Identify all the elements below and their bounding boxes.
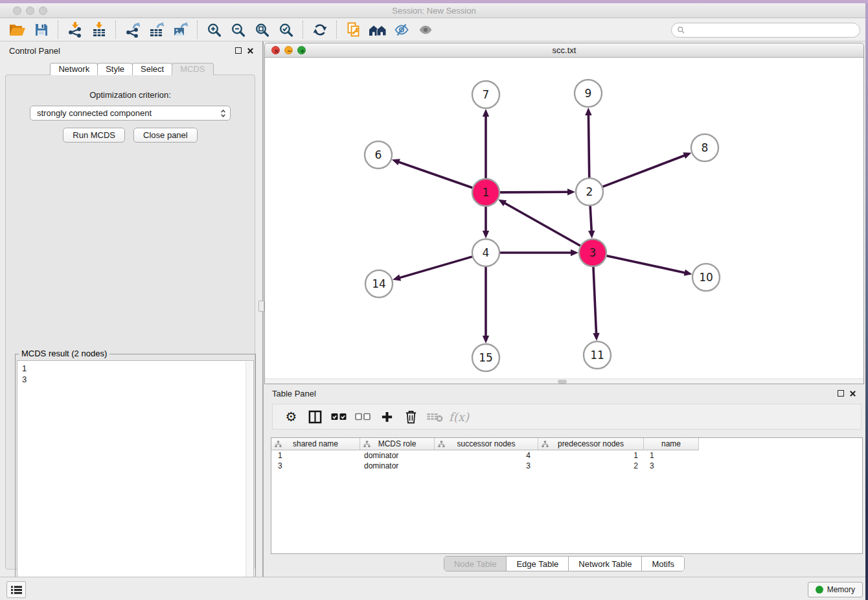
show-columns-button[interactable] xyxy=(303,406,327,427)
tab-network[interactable]: Network xyxy=(50,63,98,75)
add-column-button[interactable] xyxy=(375,406,399,427)
edge-arrowhead xyxy=(567,189,575,195)
memory-button[interactable]: Memory xyxy=(808,582,863,597)
graph-node-label: 9 xyxy=(585,87,592,100)
tab-network-table[interactable]: Network Table xyxy=(569,557,642,571)
close-panel-button[interactable]: Close panel xyxy=(133,128,198,143)
hide-selected-icon[interactable] xyxy=(389,20,413,40)
criterion-select[interactable]: strongly connected component xyxy=(30,106,231,121)
select-all-button[interactable] xyxy=(327,406,351,427)
show-all-icon[interactable] xyxy=(413,20,437,40)
column-label: MCDS role xyxy=(378,439,417,448)
control-panel-header: Control Panel xyxy=(0,41,263,60)
unselect-all-button[interactable] xyxy=(351,406,375,427)
window-titlebar: Session: New Session xyxy=(0,3,868,18)
tab-mcds[interactable]: MCDS xyxy=(172,63,213,75)
zoom-fit-icon[interactable] xyxy=(250,20,274,40)
graph-edge-1-2[interactable] xyxy=(500,192,570,192)
column-header-shared-name[interactable]: shared name xyxy=(271,438,360,450)
edge-arrowhead xyxy=(392,159,400,165)
search-field[interactable] xyxy=(671,23,860,38)
task-history-button[interactable] xyxy=(6,581,26,598)
float-table-panel-icon[interactable] xyxy=(838,390,844,397)
tab-select[interactable]: Select xyxy=(132,63,172,75)
delete-column-button[interactable] xyxy=(399,406,423,427)
column-label: name xyxy=(661,439,681,448)
import-table-icon[interactable] xyxy=(87,20,111,40)
result-scrollbar[interactable] xyxy=(246,362,253,595)
close-panel-icon[interactable] xyxy=(247,47,254,54)
graph-node-label: 14 xyxy=(372,277,386,290)
run-mcds-button[interactable]: Run MCDS xyxy=(63,128,125,143)
network-window-titlebar[interactable]: scc.txt xyxy=(265,43,863,58)
graph-edge-2-8[interactable] xyxy=(603,155,687,187)
import-network-icon[interactable] xyxy=(63,20,87,40)
open-session-icon[interactable] xyxy=(5,20,29,40)
fx-icon: f(x) xyxy=(449,410,469,424)
zoom-out-icon[interactable] xyxy=(226,20,250,40)
network-canvas[interactable]: 1234678910111415 xyxy=(265,58,863,378)
mcds-result-textarea[interactable]: 1 3 xyxy=(17,360,254,596)
tab-node-table[interactable]: Node Table xyxy=(444,557,507,571)
graph-node-label: 2 xyxy=(586,185,593,198)
graph-edge-4-14[interactable] xyxy=(398,257,472,278)
node-table-body: 1dominator4113dominator323 xyxy=(271,450,862,471)
delete-table-icon xyxy=(426,411,444,422)
network-horizontal-scrollbar[interactable] xyxy=(265,378,863,384)
zoom-in-icon[interactable] xyxy=(202,20,226,40)
tab-edge-table[interactable]: Edge Table xyxy=(507,557,569,571)
column-label: successor nodes xyxy=(457,439,515,448)
graph-node-label: 10 xyxy=(699,271,713,284)
table-row[interactable]: 1dominator411 xyxy=(271,450,862,461)
close-table-panel-icon[interactable] xyxy=(849,390,856,397)
float-panel-icon[interactable] xyxy=(235,47,242,54)
clone-network-icon[interactable] xyxy=(341,20,365,40)
apply-layout-icon[interactable] xyxy=(308,20,332,40)
graph-edge-3-10[interactable] xyxy=(606,256,687,273)
column-header-successor-nodes[interactable]: successor nodes xyxy=(435,438,538,450)
save-session-icon[interactable] xyxy=(29,20,53,40)
mcds-panel-body: Optimization criterion: strongly connect… xyxy=(5,75,255,570)
attribute-icon xyxy=(542,441,549,448)
export-network-icon[interactable] xyxy=(120,20,144,40)
graph-edge-3-1[interactable] xyxy=(503,202,580,246)
table-cell: 3 xyxy=(435,461,538,471)
delete-table-button[interactable] xyxy=(423,406,447,427)
first-neighbors-icon[interactable] xyxy=(365,20,389,40)
gear-icon: ⚙ xyxy=(286,410,297,423)
edge-arrowhead xyxy=(683,152,691,159)
graph-edge-2-9[interactable] xyxy=(588,113,589,178)
tab-motifs[interactable]: Motifs xyxy=(642,557,684,571)
desktop-edge-right xyxy=(865,3,868,600)
export-table-icon[interactable] xyxy=(144,20,168,40)
scrollbar-thumb[interactable] xyxy=(558,380,567,384)
trash-icon xyxy=(404,410,418,424)
zoom-selected-icon[interactable] xyxy=(274,20,298,40)
graph-node-label: 6 xyxy=(375,148,382,161)
graph-node-label: 8 xyxy=(702,141,709,154)
function-builder-button[interactable]: f(x) xyxy=(447,406,471,427)
checked-boxes-icon xyxy=(330,411,348,422)
toolbar-separator xyxy=(336,21,337,39)
column-header-predecessor-nodes[interactable]: predecessor nodes xyxy=(538,438,644,450)
export-image-icon[interactable] xyxy=(168,20,192,40)
toolbar-separator xyxy=(115,21,116,39)
table-cell: 1 xyxy=(271,450,360,461)
graph-edge-3-11[interactable] xyxy=(593,267,597,336)
tab-style[interactable]: Style xyxy=(97,63,133,75)
column-header-mcds-role[interactable]: MCDS role xyxy=(360,438,435,450)
table-panel-title: Table Panel xyxy=(272,389,316,398)
table-settings-button[interactable]: ⚙ xyxy=(279,406,303,427)
graph-edge-2-3[interactable] xyxy=(590,206,591,233)
graph-edge-1-6[interactable] xyxy=(396,161,472,188)
attribute-icon xyxy=(438,441,445,448)
table-panel-header: Table Panel xyxy=(264,386,864,401)
splitter-grip[interactable] xyxy=(258,301,264,312)
node-table-header: shared name MCDS role successor nodes pr… xyxy=(271,438,862,450)
search-input[interactable] xyxy=(689,25,854,34)
table-row[interactable]: 3dominator323 xyxy=(271,461,862,471)
column-header-name[interactable]: name xyxy=(644,438,699,450)
toolbar-separator xyxy=(197,21,198,39)
attribute-icon xyxy=(275,441,282,448)
graph-node-label: 4 xyxy=(483,246,490,259)
